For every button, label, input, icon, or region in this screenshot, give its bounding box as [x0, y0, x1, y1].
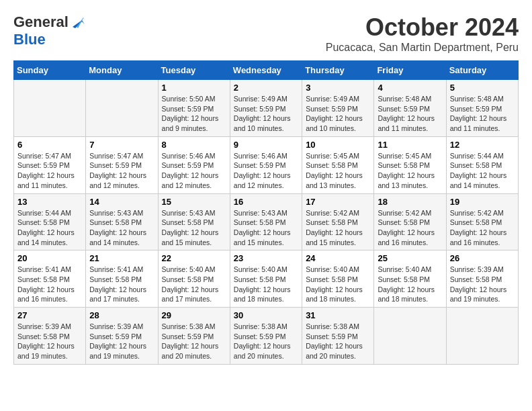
calendar-cell: [14, 80, 86, 137]
header-tuesday: Tuesday: [158, 61, 230, 80]
calendar-cell: 31Sunrise: 5:38 AMSunset: 5:59 PMDayligh…: [302, 308, 374, 365]
day-info: Sunrise: 5:49 AMSunset: 5:59 PMDaylight:…: [306, 94, 370, 134]
calendar-cell: [446, 308, 518, 365]
calendar-cell: 28Sunrise: 5:39 AMSunset: 5:59 PMDayligh…: [86, 308, 158, 365]
header-sunday: Sunday: [14, 61, 86, 80]
day-info: Sunrise: 5:41 AMSunset: 5:58 PMDaylight:…: [89, 265, 154, 304]
calendar-cell: 25Sunrise: 5:40 AMSunset: 5:58 PMDayligh…: [374, 250, 446, 308]
logo-general: General: [13, 13, 69, 31]
calendar-cell: 27Sunrise: 5:39 AMSunset: 5:58 PMDayligh…: [14, 308, 86, 365]
day-info: Sunrise: 5:38 AMSunset: 5:59 PMDaylight:…: [306, 322, 370, 361]
calendar-cell: 21Sunrise: 5:41 AMSunset: 5:58 PMDayligh…: [86, 250, 158, 308]
calendar-week-4: 20Sunrise: 5:41 AMSunset: 5:58 PMDayligh…: [14, 250, 519, 308]
day-number: 7: [89, 140, 154, 150]
calendar-cell: 24Sunrise: 5:40 AMSunset: 5:58 PMDayligh…: [302, 250, 374, 308]
day-number: 6: [17, 140, 82, 150]
header-monday: Monday: [86, 61, 158, 80]
day-info: Sunrise: 5:40 AMSunset: 5:58 PMDaylight:…: [162, 265, 226, 304]
day-number: 13: [17, 197, 82, 207]
calendar-header-row: Sunday Monday Tuesday Wednesday Thursday…: [14, 61, 519, 80]
day-info: Sunrise: 5:43 AMSunset: 5:58 PMDaylight:…: [234, 208, 298, 248]
day-number: 18: [378, 197, 442, 207]
day-info: Sunrise: 5:42 AMSunset: 5:58 PMDaylight:…: [378, 208, 442, 248]
calendar-cell: [86, 80, 158, 137]
day-number: 12: [450, 140, 515, 150]
month-title: October 2024: [326, 13, 519, 42]
day-info: Sunrise: 5:46 AMSunset: 5:59 PMDaylight:…: [234, 151, 298, 191]
day-info: Sunrise: 5:45 AMSunset: 5:58 PMDaylight:…: [378, 151, 442, 191]
day-number: 11: [378, 140, 442, 150]
calendar-week-3: 13Sunrise: 5:44 AMSunset: 5:58 PMDayligh…: [14, 193, 519, 250]
day-info: Sunrise: 5:48 AMSunset: 5:59 PMDaylight:…: [450, 94, 515, 134]
day-number: 21: [89, 253, 154, 263]
calendar-week-2: 6Sunrise: 5:47 AMSunset: 5:59 PMDaylight…: [14, 136, 519, 193]
day-number: 4: [378, 83, 442, 93]
calendar-cell: 18Sunrise: 5:42 AMSunset: 5:58 PMDayligh…: [374, 193, 446, 250]
calendar-cell: 20Sunrise: 5:41 AMSunset: 5:58 PMDayligh…: [14, 250, 86, 308]
calendar-cell: 16Sunrise: 5:43 AMSunset: 5:58 PMDayligh…: [230, 193, 302, 250]
logo-blue: Blue: [13, 31, 46, 48]
calendar-cell: 6Sunrise: 5:47 AMSunset: 5:59 PMDaylight…: [14, 136, 86, 193]
header-saturday: Saturday: [446, 61, 518, 80]
calendar-cell: 13Sunrise: 5:44 AMSunset: 5:58 PMDayligh…: [14, 193, 86, 250]
calendar-cell: 1Sunrise: 5:50 AMSunset: 5:59 PMDaylight…: [158, 80, 230, 137]
page-header: General Blue October 2024 Pucacaca, San …: [13, 13, 519, 54]
day-info: Sunrise: 5:48 AMSunset: 5:59 PMDaylight:…: [378, 94, 442, 134]
calendar-cell: 15Sunrise: 5:43 AMSunset: 5:58 PMDayligh…: [158, 193, 230, 250]
calendar-cell: 22Sunrise: 5:40 AMSunset: 5:58 PMDayligh…: [158, 250, 230, 308]
day-number: 2: [234, 83, 298, 93]
day-number: 29: [162, 310, 226, 320]
day-number: 3: [306, 83, 370, 93]
day-number: 20: [17, 253, 82, 263]
day-number: 9: [234, 140, 298, 150]
day-info: Sunrise: 5:41 AMSunset: 5:58 PMDaylight:…: [17, 265, 82, 304]
calendar-cell: 9Sunrise: 5:46 AMSunset: 5:59 PMDaylight…: [230, 136, 302, 193]
calendar-week-5: 27Sunrise: 5:39 AMSunset: 5:58 PMDayligh…: [14, 308, 519, 365]
day-info: Sunrise: 5:39 AMSunset: 5:58 PMDaylight:…: [450, 265, 515, 304]
day-number: 22: [162, 253, 226, 263]
calendar-cell: 10Sunrise: 5:45 AMSunset: 5:58 PMDayligh…: [302, 136, 374, 193]
day-info: Sunrise: 5:39 AMSunset: 5:59 PMDaylight:…: [89, 322, 154, 361]
day-number: 23: [234, 253, 298, 263]
day-number: 14: [89, 197, 154, 207]
day-info: Sunrise: 5:38 AMSunset: 5:59 PMDaylight:…: [234, 322, 298, 361]
day-number: 27: [17, 310, 82, 320]
title-block: October 2024 Pucacaca, San Martin Depart…: [326, 13, 519, 54]
day-number: 24: [306, 253, 370, 263]
day-number: 31: [306, 310, 370, 320]
day-number: 5: [450, 83, 515, 93]
day-info: Sunrise: 5:44 AMSunset: 5:58 PMDaylight:…: [450, 151, 515, 191]
calendar-week-1: 1Sunrise: 5:50 AMSunset: 5:59 PMDaylight…: [14, 80, 519, 137]
day-number: 28: [89, 310, 154, 320]
calendar-cell: 2Sunrise: 5:49 AMSunset: 5:59 PMDaylight…: [230, 80, 302, 137]
day-info: Sunrise: 5:42 AMSunset: 5:58 PMDaylight:…: [450, 208, 515, 248]
day-info: Sunrise: 5:50 AMSunset: 5:59 PMDaylight:…: [162, 94, 226, 134]
logo: General Blue: [13, 13, 85, 48]
day-info: Sunrise: 5:47 AMSunset: 5:59 PMDaylight:…: [17, 151, 82, 191]
day-number: 19: [450, 197, 515, 207]
calendar-cell: 14Sunrise: 5:43 AMSunset: 5:58 PMDayligh…: [86, 193, 158, 250]
day-info: Sunrise: 5:40 AMSunset: 5:58 PMDaylight:…: [234, 265, 298, 304]
day-number: 1: [162, 83, 226, 93]
day-number: 15: [162, 197, 226, 207]
day-number: 17: [306, 197, 370, 207]
day-info: Sunrise: 5:45 AMSunset: 5:58 PMDaylight:…: [306, 151, 370, 191]
header-thursday: Thursday: [302, 61, 374, 80]
day-number: 30: [234, 310, 298, 320]
calendar-cell: 7Sunrise: 5:47 AMSunset: 5:59 PMDaylight…: [86, 136, 158, 193]
calendar-cell: 19Sunrise: 5:42 AMSunset: 5:58 PMDayligh…: [446, 193, 518, 250]
calendar-cell: 30Sunrise: 5:38 AMSunset: 5:59 PMDayligh…: [230, 308, 302, 365]
location-subtitle: Pucacaca, San Martin Department, Peru: [326, 42, 519, 54]
calendar-cell: 23Sunrise: 5:40 AMSunset: 5:58 PMDayligh…: [230, 250, 302, 308]
calendar-cell: 11Sunrise: 5:45 AMSunset: 5:58 PMDayligh…: [374, 136, 446, 193]
calendar-cell: 26Sunrise: 5:39 AMSunset: 5:58 PMDayligh…: [446, 250, 518, 308]
day-info: Sunrise: 5:39 AMSunset: 5:58 PMDaylight:…: [17, 322, 82, 361]
calendar-cell: 8Sunrise: 5:46 AMSunset: 5:59 PMDaylight…: [158, 136, 230, 193]
calendar-cell: 3Sunrise: 5:49 AMSunset: 5:59 PMDaylight…: [302, 80, 374, 137]
day-number: 16: [234, 197, 298, 207]
calendar-table: Sunday Monday Tuesday Wednesday Thursday…: [13, 60, 519, 365]
day-number: 10: [306, 140, 370, 150]
day-info: Sunrise: 5:40 AMSunset: 5:58 PMDaylight:…: [306, 265, 370, 304]
day-info: Sunrise: 5:44 AMSunset: 5:58 PMDaylight:…: [17, 208, 82, 248]
calendar-cell: 29Sunrise: 5:38 AMSunset: 5:59 PMDayligh…: [158, 308, 230, 365]
